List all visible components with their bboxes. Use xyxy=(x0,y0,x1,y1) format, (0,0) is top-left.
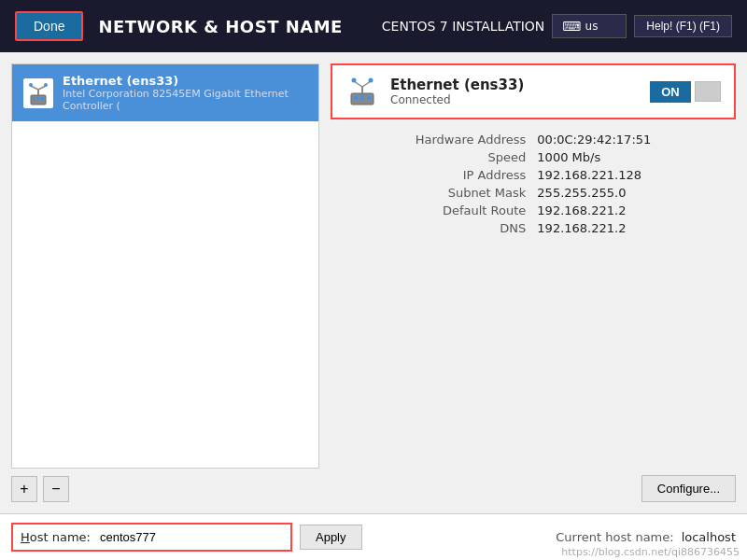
ethernet-icon-svg xyxy=(23,78,53,108)
keyboard-widget[interactable]: ⌨ us xyxy=(552,14,627,38)
remove-network-button[interactable]: − xyxy=(43,476,69,502)
svg-rect-11 xyxy=(360,95,364,100)
speed-value: 1000 Mb/s xyxy=(537,150,736,164)
keyboard-icon: ⌨ xyxy=(562,19,581,34)
ethernet-connection-status: Connected xyxy=(390,93,524,106)
main-content: Ethernet (ens33) Intel Corporation 82545… xyxy=(0,52,747,513)
ethernet-card-left: Ethernet (ens33) Connected xyxy=(345,75,524,108)
hardware-address-value: 00:0C:29:42:17:51 xyxy=(537,133,736,147)
hostname-label: Host name: xyxy=(21,530,91,544)
header: Done NETWORK & HOST NAME CENTOS 7 INSTAL… xyxy=(0,0,747,52)
centos-label: CENTOS 7 INSTALLATION xyxy=(382,19,544,34)
network-info: Hardware Address 00:0C:29:42:17:51 Speed… xyxy=(331,129,736,239)
svg-rect-3 xyxy=(41,97,44,101)
ethernet-list-icon xyxy=(23,78,53,108)
ethernet-info: Ethernet (ens33) Connected xyxy=(390,77,524,106)
svg-rect-1 xyxy=(33,97,35,101)
ip-address-value: 192.168.221.128 xyxy=(537,168,736,182)
toggle-container: ON xyxy=(650,81,721,103)
ethernet-card-icon xyxy=(345,75,379,108)
svg-point-17 xyxy=(352,78,357,83)
right-panel: Ethernet (ens33) Connected ON Hardware A… xyxy=(331,63,736,502)
page-title: NETWORK & HOST NAME xyxy=(98,17,342,36)
network-item-name: Ethernet (ens33) xyxy=(63,74,307,88)
ethernet-title: Ethernet (ens33) xyxy=(390,77,524,93)
current-hostname-value: localhost xyxy=(682,530,736,544)
default-route-value: 192.168.221.2 xyxy=(537,203,736,217)
subnet-mask-value: 255.255.255.0 xyxy=(537,186,736,200)
ethernet-card-svg xyxy=(345,75,379,108)
hostname-input[interactable] xyxy=(96,528,283,546)
svg-rect-12 xyxy=(367,95,371,100)
default-route-label: Default Route xyxy=(331,203,526,217)
svg-point-8 xyxy=(29,83,33,87)
configure-row: Configure... xyxy=(331,475,736,502)
list-item[interactable]: Ethernet (ens33) Intel Corporation 82545… xyxy=(12,64,318,121)
keyboard-locale: us xyxy=(585,20,599,33)
help-button[interactable]: Help! (F1) (F1) xyxy=(634,15,732,37)
svg-point-7 xyxy=(44,83,48,87)
header-right: CENTOS 7 INSTALLATION ⌨ us Help! (F1) (F… xyxy=(382,14,732,38)
apply-button[interactable]: Apply xyxy=(300,525,362,550)
done-button[interactable]: Done xyxy=(15,11,83,41)
ip-address-label: IP Address xyxy=(331,168,526,182)
speed-label: Speed xyxy=(331,150,526,164)
network-list: Ethernet (ens33) Intel Corporation 82545… xyxy=(11,63,319,469)
subnet-mask-label: Subnet Mask xyxy=(331,186,526,200)
hardware-address-label: Hardware Address xyxy=(331,133,526,147)
svg-rect-10 xyxy=(354,95,358,100)
ethernet-card: Ethernet (ens33) Connected ON xyxy=(331,63,736,119)
ethernet-toggle[interactable]: ON xyxy=(650,81,691,103)
dns-label: DNS xyxy=(331,221,526,235)
svg-point-16 xyxy=(369,78,374,83)
toggle-track xyxy=(695,81,721,102)
network-item-desc: Intel Corporation 82545EM Gigabit Ethern… xyxy=(63,88,307,112)
dns-value: 192.168.221.2 xyxy=(537,221,736,235)
svg-rect-2 xyxy=(37,97,40,101)
add-network-button[interactable]: + xyxy=(11,476,37,502)
left-panel: Ethernet (ens33) Intel Corporation 82545… xyxy=(11,63,319,502)
hostname-section: Host name: xyxy=(11,523,292,552)
current-hostname-label: Current host name: xyxy=(556,530,673,544)
configure-button[interactable]: Configure... xyxy=(641,475,736,502)
watermark: https://blog.csdn.net/qi886736455 xyxy=(561,546,740,558)
list-controls: + − xyxy=(11,476,319,502)
header-left: Done NETWORK & HOST NAME xyxy=(15,11,343,41)
network-item-text: Ethernet (ens33) Intel Corporation 82545… xyxy=(63,74,307,112)
